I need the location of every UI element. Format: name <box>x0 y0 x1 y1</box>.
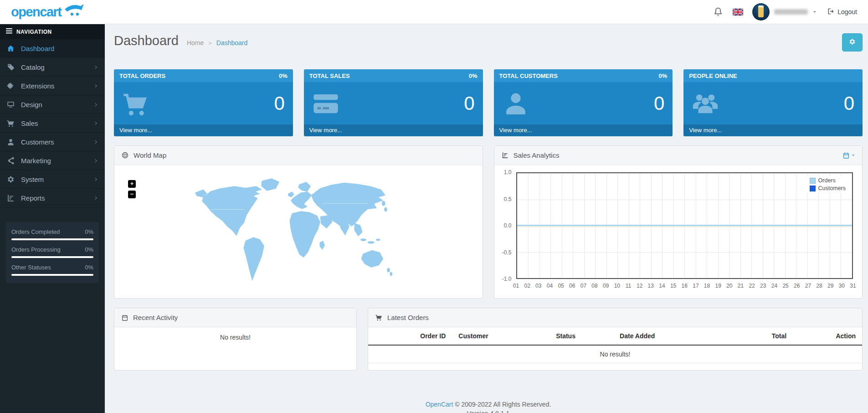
world-map[interactable] <box>190 170 406 294</box>
progress-bar <box>11 256 93 258</box>
calendar-icon <box>121 314 128 321</box>
column-header-customer: Customer <box>452 327 531 345</box>
tile-title: PEOPLE ONLINE <box>689 72 737 79</box>
logout-icon <box>826 7 834 17</box>
stat-tile-total-sales: TOTAL SALES 0% 0 View more... <box>304 69 483 136</box>
sidebar-item-label: Design <box>21 101 42 108</box>
logout-label: Logout <box>837 8 857 15</box>
stat-tile-people-online: PEOPLE ONLINE 0 View more... <box>683 69 863 136</box>
notifications-bell-icon[interactable] <box>713 6 724 17</box>
navigation-title: NAVIGATION <box>16 29 52 35</box>
stat-tile-total-customers: TOTAL CUSTOMERS 0% 0 View more... <box>494 69 673 136</box>
view-more-link[interactable]: View more... <box>683 124 863 136</box>
credit-card-icon <box>311 89 340 118</box>
sidebar-item-system[interactable]: System <box>0 170 105 189</box>
user-name-redacted <box>774 9 808 15</box>
page-title: Dashboard <box>114 33 179 48</box>
date-range-dropdown-button[interactable] <box>842 152 855 159</box>
breadcrumb-home-link[interactable]: Home <box>187 39 204 46</box>
sidebar-item-dashboard[interactable]: Dashboard <box>0 39 105 58</box>
sidebar-item-label: Marketing <box>21 157 51 165</box>
opencart-footer-link[interactable]: OpenCart <box>426 401 453 408</box>
user-icon <box>6 138 15 146</box>
sidebar-item-customers[interactable]: Customers <box>0 133 105 151</box>
tile-title: TOTAL ORDERS <box>119 72 165 79</box>
sidebar-item-design[interactable]: Design <box>0 95 105 114</box>
world-map-body: + − <box>114 165 483 298</box>
stat-orders-processing: Orders Processing 0% <box>11 246 93 258</box>
chevron-right-icon <box>93 65 98 70</box>
view-more-link[interactable]: View more... <box>494 124 673 136</box>
panel-title: Recent Activity <box>133 314 178 321</box>
latest-orders-table: Order ID Customer Status Date Added Tota… <box>368 327 862 363</box>
stat-label: Orders Completed <box>11 228 60 235</box>
sales-chart-xaxis: 0102030405060708091011121314151617181920… <box>516 283 853 290</box>
panel-title: World Map <box>134 151 166 159</box>
sales-chart-plot: Orders Customers <box>516 172 853 279</box>
chevron-right-icon <box>93 121 98 126</box>
view-more-link[interactable]: View more... <box>114 124 293 136</box>
sidebar-item-label: Catalog <box>21 63 45 71</box>
page-header: Dashboard Home > Dashboard <box>114 24 863 69</box>
column-header-total: Total <box>674 327 793 345</box>
chevron-right-icon <box>93 158 98 163</box>
tile-percent: 0% <box>469 72 478 79</box>
tile-value: 0 <box>464 93 474 114</box>
page-footer: OpenCart © 2009-2022 All Rights Reserved… <box>114 400 863 413</box>
breadcrumb-separator: > <box>208 40 212 46</box>
sidebar-item-label: System <box>21 176 44 183</box>
cart-icon <box>375 314 383 321</box>
user-menu[interactable] <box>752 3 817 21</box>
legend-entry-customers: Customers <box>810 185 846 191</box>
breadcrumb-current-link[interactable]: Dashboard <box>216 39 248 46</box>
chevron-right-icon <box>93 177 98 182</box>
language-flag-uk-icon[interactable] <box>733 9 743 15</box>
chevron-right-icon <box>93 139 98 145</box>
puzzle-icon <box>6 82 15 90</box>
dashboard-settings-button[interactable] <box>842 33 863 52</box>
tile-value: 0 <box>654 93 664 114</box>
tile-percent: 0% <box>658 72 667 79</box>
sidebar-item-catalog[interactable]: Catalog <box>0 58 105 77</box>
map-zoom-out-button[interactable]: − <box>128 191 136 198</box>
report-chart-icon <box>6 194 15 202</box>
sidebar-item-reports[interactable]: Reports <box>0 189 105 207</box>
stat-label: Orders Processing <box>11 246 61 253</box>
top-bar: opencart <box>0 0 868 24</box>
cart-icon <box>121 89 150 118</box>
stat-label: Other Statuses <box>11 264 51 271</box>
copyright-text: © 2009-2022 All Rights Reserved. <box>453 401 551 408</box>
sidebar-item-label: Extensions <box>21 82 54 90</box>
view-more-link[interactable]: View more... <box>304 124 483 136</box>
progress-bar <box>11 274 93 276</box>
panel-title: Sales Analytics <box>514 151 560 159</box>
column-header-action: Action <box>793 327 862 345</box>
latest-orders-empty: No results! <box>368 345 862 363</box>
chart-legend: Orders Customers <box>807 176 849 193</box>
monitor-icon <box>6 100 15 109</box>
version-text: Version 4.0.1.1 <box>114 409 863 413</box>
legend-label: Customers <box>818 185 846 191</box>
sidebar-item-sales[interactable]: Sales <box>0 114 105 133</box>
sidebar-item-extensions[interactable]: Extensions <box>0 77 105 95</box>
gear-icon <box>6 175 15 184</box>
sidebar-item-marketing[interactable]: Marketing <box>0 151 105 170</box>
tile-percent: 0% <box>279 72 288 79</box>
stat-tiles: TOTAL ORDERS 0% 0 View more... TOTAL SAL… <box>114 69 863 136</box>
logout-button[interactable]: Logout <box>826 7 857 17</box>
main-content: Dashboard Home > Dashboard TOTAL ORDERS … <box>105 24 868 413</box>
opencart-logo[interactable]: opencart <box>11 5 84 20</box>
sales-analytics-panel: Sales Analytics 1.00.50.0-0.5-1.0 Orders <box>494 145 863 299</box>
column-header-order-id: Order ID <box>368 327 452 345</box>
order-status-stats: Orders Completed 0% Orders Processing 0%… <box>6 222 99 283</box>
globe-icon <box>121 151 129 159</box>
navigation-header[interactable]: NAVIGATION <box>0 24 105 39</box>
latest-orders-footer <box>368 363 862 370</box>
chevron-right-icon <box>93 102 98 107</box>
users-icon <box>691 89 720 118</box>
sidebar-item-label: Sales <box>21 119 38 127</box>
tile-value: 0 <box>274 93 284 114</box>
map-zoom-in-button[interactable]: + <box>128 180 136 188</box>
menu-icon <box>6 28 12 35</box>
chevron-right-icon <box>93 196 98 201</box>
